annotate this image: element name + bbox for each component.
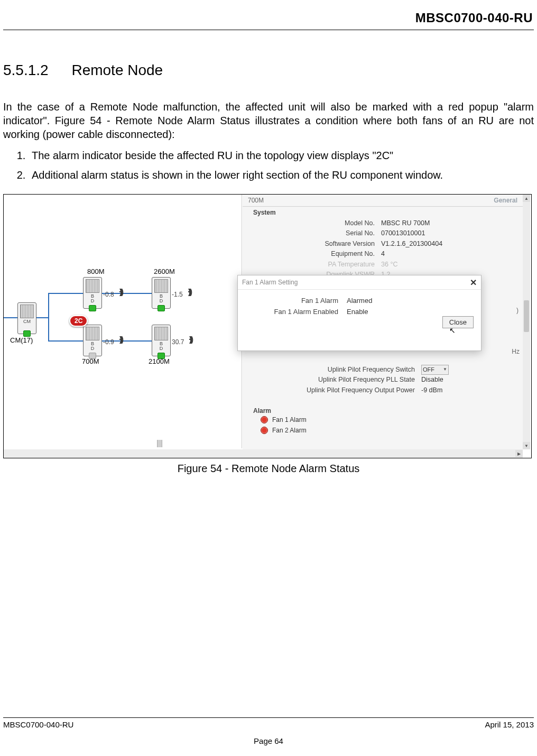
topology-panel: CM. CM(17) 800M BD -0.8 ·))) 2600M <box>4 195 242 448</box>
info-row: Equipment No.4 <box>253 249 517 259</box>
vertical-scrollbar[interactable]: ▲ ▼ <box>523 195 530 449</box>
footer-page: Page 64 <box>3 736 534 745</box>
general-link[interactable]: General <box>494 197 517 204</box>
details-title: 700M <box>248 197 264 204</box>
scroll-down-icon[interactable]: ▼ <box>523 442 530 449</box>
device-label: 800M <box>87 268 105 275</box>
radio-waves-icon: ·))) <box>119 335 122 344</box>
figure-container: CM. CM(17) 800M BD -0.8 ·))) 2600M <box>3 194 532 458</box>
wire <box>48 340 83 342</box>
device-700m[interactable]: BD <box>83 325 102 356</box>
alarm-label: Fan 2 Alarm <box>272 427 307 434</box>
scroll-right-icon[interactable]: ▶ <box>515 450 523 457</box>
alarm-badge[interactable]: 2C <box>69 315 88 327</box>
device-800m[interactable]: BD <box>83 277 102 309</box>
device-label: 2100M <box>149 357 170 365</box>
section-heading: 5.5.1.2 Remote Node <box>3 62 534 79</box>
device-type: BD <box>84 342 101 352</box>
page-root: MBSC0700-040-RU 5.5.1.2 Remote Node In t… <box>0 0 537 756</box>
info-row: Serial No.070013010001 <box>253 228 517 238</box>
device-2600m[interactable]: BD <box>152 277 171 309</box>
scroll-up-icon[interactable]: ▲ <box>523 195 530 202</box>
device-type: BD <box>152 294 170 304</box>
wire <box>48 293 49 342</box>
device-label: CM(17) <box>10 336 33 344</box>
radio-waves-icon: ·))) <box>189 335 192 344</box>
header-rule <box>3 30 534 30</box>
list-item: The alarm indicator beside the affected … <box>29 149 534 163</box>
info-row: Uplink Pilot Frequency Output Power-9 dB… <box>253 385 517 395</box>
device-label: 700M <box>82 357 99 365</box>
system-heading: System <box>253 209 517 216</box>
status-led <box>89 305 96 311</box>
list-item: Additional alarm status is shown in the … <box>29 168 534 182</box>
alarm-item[interactable]: Fan 2 Alarm <box>253 425 307 436</box>
device-2100m[interactable]: BD <box>152 325 171 356</box>
horizontal-scrollbar[interactable]: ▶ <box>4 449 523 458</box>
info-row: Uplink Pilot Frequency PLL StateDisable <box>253 375 517 385</box>
info-row: Software VersionV1.2.1.6_201300404 <box>253 239 517 249</box>
radio-waves-icon: ·))) <box>119 288 122 296</box>
device-grill <box>154 279 168 293</box>
alarm-setting-popup: Fan 1 Alarm Setting ✕ Fan 1 Alarm Alarme… <box>237 275 482 351</box>
device-type: BD <box>84 294 101 304</box>
device-type: BD <box>152 342 170 352</box>
close-icon[interactable]: ✕ <box>470 278 477 288</box>
alarm-heading: Alarm <box>253 407 307 414</box>
device-value: -0.8 <box>103 291 114 298</box>
scroll-thumb[interactable] <box>524 300 529 332</box>
device-cm[interactable]: CM. <box>17 302 36 334</box>
popup-value: Enable <box>347 308 368 316</box>
footer-right: April 15, 2013 <box>485 720 534 729</box>
details-titlebar: 700M General <box>243 195 523 207</box>
uplink-block: Uplink Pilot Frequency Switch OFF ▼ Upli… <box>253 365 517 395</box>
device-grill <box>154 327 168 340</box>
chevron-down-icon: ▼ <box>443 366 447 373</box>
info-row: Model No.MBSC RU 700M <box>253 218 517 228</box>
section-title: Remote Node <box>71 62 163 78</box>
splitter-handle[interactable] <box>157 440 162 447</box>
partial-text: ) <box>516 307 519 314</box>
figure-caption: Figure 54 - Remote Node Alarm Status <box>3 463 534 475</box>
alarm-item[interactable]: Fan 1 Alarm <box>253 414 307 425</box>
partial-text: Hz <box>512 348 520 355</box>
alarm-dot-icon <box>261 427 268 434</box>
wire <box>48 293 83 294</box>
alarm-block: Alarm Fan 1 Alarm Fan 2 Alarm <box>243 404 312 437</box>
close-button[interactable]: Close <box>442 316 474 328</box>
alarm-label: Fan 1 Alarm <box>272 416 307 423</box>
device-grill <box>86 327 99 340</box>
device-value: -0.9 <box>103 338 114 346</box>
device-label: 2600M <box>154 268 175 275</box>
alarm-dot-icon <box>261 416 268 423</box>
device-grill <box>20 305 34 318</box>
section-number: 5.5.1.2 <box>3 62 49 78</box>
system-block: System Model No.MBSC RU 700M Serial No.0… <box>243 207 523 281</box>
device-type: CM. <box>18 319 36 329</box>
intro-paragraph: In the case of a Remote Node malfunction… <box>3 100 534 141</box>
footer-rule <box>3 717 534 718</box>
device-value: 30.7 <box>172 338 184 346</box>
info-row: Uplink Pilot Frequency Switch OFF ▼ <box>253 365 517 375</box>
screenshot-panel: CM. CM(17) 800M BD -0.8 ·))) 2600M <box>4 195 531 458</box>
popup-row: Fan 1 Alarm Enabled Enable <box>238 306 481 317</box>
topology-canvas: CM. CM(17) 800M BD -0.8 ·))) 2600M <box>10 272 232 409</box>
device-value: -1.5 <box>172 291 183 298</box>
status-led <box>158 305 165 311</box>
cursor-icon: ↖ <box>449 326 456 335</box>
popup-value: Alarmed <box>347 297 372 305</box>
intro-list: The alarm indicator beside the affected … <box>18 149 534 182</box>
footer-left: MBSC0700-040-RU <box>3 720 73 729</box>
info-row: PA Temperature36 °C <box>253 260 517 270</box>
footer-row: MBSC0700-040-RU April 15, 2013 <box>3 720 534 729</box>
switch-select[interactable]: OFF ▼ <box>421 365 449 375</box>
page-footer: MBSC0700-040-RU April 15, 2013 Page 64 <box>3 717 534 745</box>
popup-title: Fan 1 Alarm Setting <box>238 275 481 290</box>
wire <box>4 317 18 318</box>
device-grill <box>86 279 99 293</box>
header-code: MBSC0700-040-RU <box>3 11 533 25</box>
popup-row: Fan 1 Alarm Alarmed <box>238 295 481 306</box>
radio-waves-icon: ·))) <box>188 288 191 296</box>
